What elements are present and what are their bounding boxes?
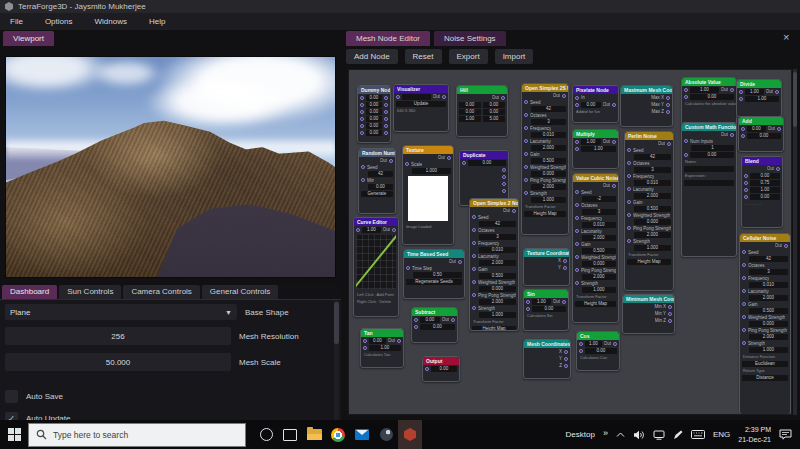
value-box[interactable] (684, 166, 734, 172)
value-box[interactable]: 2.000 (634, 193, 671, 199)
node-title[interactable]: Random Number (359, 149, 395, 157)
node-title[interactable]: Value Cubic Noise (573, 174, 618, 182)
value-box[interactable]: 0.00 (750, 173, 780, 179)
value-box[interactable]: 42 (479, 221, 516, 227)
value-box[interactable]: Height Map (472, 326, 516, 332)
value-box[interactable]: Height Map (524, 211, 566, 217)
value-box[interactable]: 2.000 (531, 145, 566, 151)
mail-button[interactable] (350, 420, 374, 449)
value-box[interactable]: 0.00 (366, 109, 382, 115)
node-open-simplex-2s-noise[interactable]: Open Simplex 2S NoiseOutSeed42Octaves3Fr… (521, 83, 569, 235)
node-texture[interactable]: TextureOutScale1.000Image Loaded (402, 145, 454, 245)
value-box[interactable]: 1.00 (581, 146, 616, 152)
tab-noise-settings[interactable]: Noise Settings (434, 31, 506, 46)
value-box[interactable]: 2.000 (582, 274, 616, 280)
node-pin[interactable] (742, 328, 746, 332)
node-title[interactable]: Absolute Value (682, 78, 736, 86)
node-sin[interactable]: Sin1.00Out0.00Calculates Sin (523, 289, 569, 331)
node-value-cubic-noise[interactable]: Value Cubic NoiseOutSeed-2Octaves3Freque… (572, 173, 619, 323)
node-pin[interactable] (564, 350, 568, 354)
node-time-based-seed[interactable]: Time Based SeedOutTime Step0.50Regenerat… (403, 249, 465, 299)
task-view-button[interactable] (278, 420, 302, 449)
node-pin[interactable] (512, 209, 516, 213)
node-title[interactable]: Multiply (573, 130, 618, 138)
node-title[interactable]: Maximum Mesh Coordinates (621, 86, 672, 94)
node-pin[interactable] (563, 259, 567, 263)
file-explorer-button[interactable] (302, 420, 326, 449)
node-pin[interactable] (524, 113, 528, 117)
node-pin[interactable] (501, 96, 505, 100)
tab-sun-controls[interactable]: Sun Controls (59, 285, 121, 299)
base-shape-combo[interactable]: Plane ▼ (5, 304, 237, 320)
node-add[interactable]: Add0.00Out0.00 (738, 116, 784, 152)
node-title[interactable]: Perlin Noise (625, 132, 673, 140)
value-box[interactable]: 0.00 (369, 338, 386, 344)
value-box[interactable]: 1.00 (532, 299, 551, 305)
tab-mesh-node-editor[interactable]: Mesh Node Editor (346, 31, 430, 46)
value-box[interactable]: 0.00 (483, 109, 505, 115)
value-box[interactable]: 0.00 (366, 123, 382, 129)
node-title[interactable]: Visualizer (394, 85, 448, 93)
node-pin[interactable] (472, 306, 476, 310)
node-pin[interactable] (363, 339, 367, 343)
value-box[interactable]: 0.00 (366, 130, 382, 136)
node-pin[interactable] (397, 339, 401, 343)
node-curve-editor[interactable]: Curve Editor1.00OutLeft Click : Add Poin… (353, 217, 399, 317)
node-pin[interactable] (741, 134, 745, 138)
value-box[interactable]: 0.00 (690, 152, 734, 158)
mesh-scale-input[interactable] (5, 353, 231, 371)
value-box[interactable]: 0.00 (747, 126, 766, 132)
node-pin[interactable] (414, 318, 418, 322)
node-title[interactable]: Tan (361, 329, 403, 337)
node-title[interactable]: Curve Editor (354, 218, 398, 226)
value-box[interactable]: 3 (634, 167, 671, 173)
node-absolute-value[interactable]: Absolute Value1.00Out0.00Calculates the … (681, 77, 737, 127)
node-pin[interactable] (472, 293, 476, 297)
node-pin[interactable] (666, 103, 670, 107)
value-box[interactable]: Height Map (627, 259, 671, 265)
value-box[interactable]: 0.500 (749, 308, 788, 314)
node-pin[interactable] (526, 307, 530, 311)
value-box[interactable]: 42 (368, 171, 393, 177)
value-box[interactable]: 0.010 (479, 247, 516, 253)
value-box[interactable]: 5.00 (483, 116, 505, 122)
node-pin[interactable] (502, 175, 506, 179)
tab-viewport[interactable]: Viewport (3, 31, 54, 46)
node-title[interactable]: Pixelate Node (573, 86, 618, 94)
node-pin[interactable] (744, 181, 748, 185)
node-output[interactable]: Output0.00 (422, 356, 460, 382)
node-pin[interactable] (684, 153, 688, 157)
node-title[interactable]: Hill (457, 86, 507, 94)
node-pin[interactable] (684, 139, 688, 143)
node-pin[interactable] (384, 131, 388, 135)
node-hill[interactable]: HillOut0.000.000.000.001.005.00 (456, 85, 508, 137)
node-title[interactable]: Open Simplex 2 Noise (470, 199, 518, 207)
value-box[interactable]: 1.00 (690, 87, 719, 93)
value-box[interactable]: 1.00 (362, 227, 381, 233)
node-pin[interactable] (384, 103, 388, 107)
node-pin[interactable] (414, 325, 418, 329)
node-pin[interactable] (612, 184, 616, 188)
node-pin[interactable] (627, 200, 631, 204)
menu-help[interactable]: Help (149, 17, 165, 26)
node-title[interactable]: Subtract (412, 308, 457, 316)
node-pin[interactable] (425, 367, 429, 371)
reset-button[interactable]: Reset (405, 49, 442, 64)
node-pin[interactable] (384, 117, 388, 121)
node-pin[interactable] (627, 213, 631, 217)
node-pin[interactable] (562, 94, 566, 98)
node-pin[interactable] (384, 96, 388, 100)
toolbar-overflow-chevron[interactable]: » (603, 428, 608, 438)
language-indicator[interactable]: ENG (713, 430, 730, 439)
node-pin[interactable] (613, 342, 617, 346)
node-pin[interactable] (612, 103, 616, 107)
value-box[interactable]: 0.000 (531, 171, 566, 177)
node-pin[interactable] (361, 165, 365, 169)
network-button[interactable] (653, 430, 665, 440)
node-pin[interactable] (462, 161, 466, 165)
close-icon[interactable]: × (783, 31, 789, 43)
value-box[interactable]: -2 (582, 196, 616, 202)
node-pin[interactable] (563, 266, 567, 270)
node-cos[interactable]: Cos1.00Out0.00Calculates Cos (576, 331, 620, 371)
node-pin[interactable] (360, 103, 364, 107)
